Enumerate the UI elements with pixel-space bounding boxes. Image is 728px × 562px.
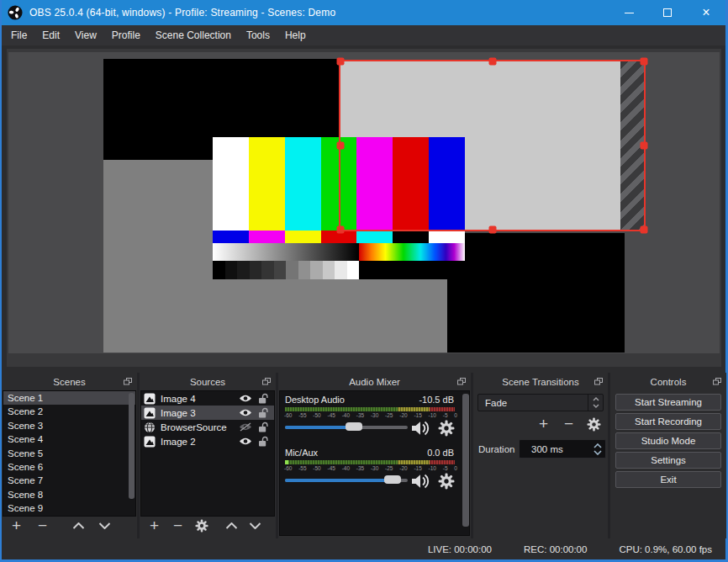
controls-header[interactable]: Controls (610, 373, 726, 390)
resize-handle-bottom-right[interactable] (641, 226, 648, 234)
resize-handle-bottom-center[interactable] (488, 226, 496, 234)
minimize-button[interactable] (609, 0, 648, 25)
live-time: LIVE: 00:00:00 (428, 544, 492, 554)
lock-open-icon[interactable] (256, 436, 270, 448)
menu-item-scene-collection[interactable]: Scene Collection (148, 25, 239, 45)
visibility-eye-icon[interactable] (239, 408, 252, 417)
menu-item-profile[interactable]: Profile (104, 25, 148, 45)
transition-properties-gear-icon[interactable] (587, 417, 601, 432)
scenes-title: Scenes (53, 377, 85, 387)
visibility-eye-icon[interactable] (239, 394, 252, 403)
add-source-button[interactable]: + (147, 519, 161, 533)
resize-handle-top-right[interactable] (641, 58, 648, 66)
close-icon: × (702, 6, 710, 19)
speaker-icon[interactable] (411, 473, 431, 490)
scene-move-up-button[interactable] (71, 519, 86, 533)
menu-item-help[interactable]: Help (277, 25, 314, 45)
float-panel-icon[interactable] (457, 378, 466, 385)
visibility-eye-icon[interactable] (239, 437, 252, 446)
lock-open-icon[interactable] (256, 393, 270, 405)
speaker-icon[interactable] (411, 420, 431, 437)
image-source-icon (144, 436, 156, 448)
source-list-item[interactable]: Image 4 (141, 391, 274, 406)
maximize-icon (663, 8, 672, 17)
scene-list-item[interactable]: Scene 5 (3, 447, 135, 460)
scene-move-down-button[interactable] (98, 519, 112, 533)
source-label: BrowserSource (161, 422, 235, 432)
menu-item-edit[interactable]: Edit (34, 25, 67, 45)
studio-mode-button[interactable]: Studio Mode (615, 432, 721, 449)
scene-transitions-title: Scene Transitions (502, 377, 578, 387)
menu-item-tools[interactable]: Tools (239, 25, 277, 45)
source-label: Image 4 (161, 394, 235, 404)
scene-list-item[interactable]: Scene 8 (3, 488, 135, 501)
resize-handle-top-center[interactable] (488, 58, 496, 66)
resize-handle-top-left[interactable] (337, 58, 345, 66)
float-panel-icon[interactable] (124, 378, 132, 385)
scene-list-item[interactable]: Scene 1 (3, 391, 135, 405)
audio-mixer-header[interactable]: Audio Mixer (278, 373, 471, 390)
remove-source-button[interactable]: − (171, 519, 185, 533)
channel-gear-icon[interactable] (438, 420, 455, 437)
add-scene-button[interactable]: + (9, 519, 24, 533)
browser-source-icon (144, 422, 156, 433)
source-list-item[interactable]: BrowserSource (141, 420, 274, 434)
scene-list-item[interactable]: Scene 6 (3, 460, 135, 474)
resize-handle-middle-right[interactable] (641, 142, 648, 150)
lock-open-icon[interactable] (256, 422, 270, 433)
scenes-header[interactable]: Scenes (2, 373, 137, 390)
menu-item-view[interactable]: View (67, 25, 104, 45)
close-button[interactable]: × (687, 0, 725, 25)
resize-handle-bottom-left[interactable] (337, 226, 345, 234)
start-recording-button[interactable]: Start Recording (615, 413, 721, 430)
source-move-down-button[interactable] (248, 519, 262, 533)
maximize-button[interactable] (648, 0, 687, 25)
settings-button[interactable]: Settings (615, 452, 721, 469)
scene-list-item[interactable]: Scene 7 (3, 474, 135, 487)
start-streaming-button[interactable]: Start Streaming (615, 394, 721, 411)
channel-name: Desktop Audio (285, 395, 345, 405)
sources-header[interactable]: Sources (140, 373, 276, 390)
scene-list-item[interactable]: Scene 4 (3, 432, 135, 446)
controls-title: Controls (651, 377, 687, 387)
channel-gear-icon[interactable] (438, 473, 455, 490)
float-panel-icon[interactable] (262, 378, 271, 385)
sources-title: Sources (190, 377, 225, 387)
sources-toolbar: + − (140, 517, 276, 535)
colorbars-graysteps (213, 261, 465, 279)
duration-spinner[interactable] (589, 440, 605, 458)
exit-button[interactable]: Exit (615, 471, 721, 488)
resize-handle-middle-left[interactable] (337, 142, 345, 150)
menu-item-file[interactable]: File (3, 25, 34, 45)
duration-spinbox[interactable]: 300 ms (519, 439, 606, 459)
volume-slider[interactable] (285, 476, 408, 485)
visibility-eye-off-icon[interactable] (239, 422, 252, 432)
image-source-icon (144, 393, 156, 405)
source-properties-gear-icon[interactable] (194, 519, 208, 533)
source-move-up-button[interactable] (224, 519, 239, 533)
source-black-rect-bottom[interactable] (447, 233, 625, 353)
combo-spinner[interactable] (588, 395, 603, 411)
selection-bounding-box[interactable] (339, 60, 646, 231)
mixer-scrollbar[interactable] (462, 392, 469, 534)
remove-transition-button[interactable]: − (562, 417, 576, 432)
scenes-scrollbar[interactable] (129, 392, 135, 515)
scene-list-item[interactable]: Scene 2 (3, 405, 135, 418)
scene-list-item[interactable]: Scene 9 (3, 501, 135, 515)
source-list-item[interactable]: Image 3 (141, 406, 274, 420)
meter-scale: -60-55-50-45-40-35-30-25-20-15-10-50 (284, 412, 457, 418)
channel-volume-db: -10.5 dB (419, 395, 454, 405)
remove-scene-button[interactable]: − (35, 519, 50, 533)
lock-open-icon[interactable] (256, 407, 270, 419)
add-transition-button[interactable]: + (536, 417, 551, 432)
float-panel-icon[interactable] (594, 378, 603, 385)
volume-slider[interactable] (285, 423, 408, 432)
scene-list-item[interactable]: Scene 3 (3, 419, 135, 432)
source-list-item[interactable]: Image 2 (141, 434, 274, 448)
float-panel-icon[interactable] (713, 378, 721, 385)
menu-bar: FileEditViewProfileScene CollectionTools… (2, 25, 725, 45)
scene-transitions-header[interactable]: Scene Transitions (473, 373, 608, 390)
scenes-panel: Scenes Scene 1Scene 2Scene 3Scene 4Scene… (2, 373, 137, 538)
transition-buttons: + − (473, 415, 601, 433)
transition-select[interactable]: Fade (477, 394, 604, 411)
